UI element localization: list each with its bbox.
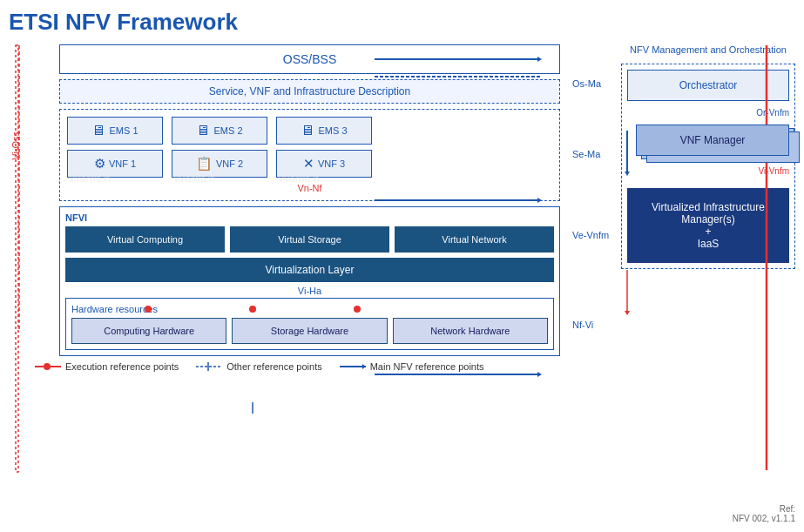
legend-other: Other reference points — [196, 361, 321, 372]
ems3-icon: 🖥 — [301, 123, 314, 138]
ref-note: Ref: NFV 002, v1.1.1 — [733, 504, 795, 523]
storage-hw-box: Storage Hardware — [232, 318, 387, 344]
vn-nf-area: Vn-Nf — [67, 183, 552, 193]
orchestrator-box: Orchestrator — [627, 70, 789, 101]
vnf2-icon: 📋 — [196, 156, 213, 172]
virt-layer-box: Virtualization Layer — [65, 258, 554, 282]
vnf-manager-stack: VNF Manager — [636, 125, 789, 156]
page-title: ETSI NFV Framework — [9, 9, 795, 36]
left-column: OSS/BSS Service, VNF and Infrastructure … — [33, 44, 569, 356]
main-container: ETSI NFV Framework Vi-Oss OSS/BSS Servic… — [0, 0, 804, 532]
vnf-manager-box: VNF Manager — [636, 125, 789, 156]
ems1-icon: 🖥 — [91, 123, 105, 138]
hw-label: Hardware resources — [71, 304, 548, 314]
ems2-box: 🖥 EMS 2 — [172, 117, 267, 145]
svg-marker-6 — [362, 364, 366, 369]
watermark1: vMantra.in — [70, 174, 111, 184]
svg-point-1 — [44, 363, 51, 370]
vnf3-icon: ✕ — [303, 156, 314, 172]
legend-other-label: Other reference points — [226, 361, 321, 372]
nf-vi-label: Nf-Vi — [572, 320, 593, 330]
se-ma-label: Se-Ma — [572, 149, 600, 159]
ems-row: 🖥 EMS 1 🖥 EMS 2 🖥 EMS 3 — [67, 117, 552, 145]
vi-vnfm-label: Vi-Vnfm — [627, 166, 789, 176]
legend: Execution reference points Other referen… — [35, 361, 795, 372]
network-hw-box: Network Hardware — [393, 318, 548, 344]
ems2-icon: 🖥 — [196, 123, 210, 138]
ems1-box: 🖥 EMS 1 — [67, 117, 163, 145]
vnf1-icon: ⚙ — [94, 156, 105, 172]
nfv-mgmt-title: NFV Management and Orchestration — [621, 44, 795, 55]
vn-nf-label: Vn-Nf — [297, 183, 321, 193]
nfv-mgmt-border: Orchestrator Or-Vnfm VNF Manager Vi-Vnfm… — [621, 64, 795, 269]
or-vnfm-label: Or-Vnfm — [627, 108, 789, 118]
right-column: NFV Management and Orchestration Orchest… — [621, 44, 795, 356]
hw-resources-box: Hardware resources Computing Hardware St… — [65, 298, 554, 350]
virtual-network-box: Virtual Network — [395, 226, 554, 253]
ems-vnf-section: 🖥 EMS 1 🖥 EMS 2 🖥 EMS 3 ⚙ VNF — [59, 109, 560, 201]
computing-hw-box: Computing Hardware — [71, 318, 226, 344]
legend-execution: Execution reference points — [35, 361, 179, 372]
vim-box: Virtualized Infrastructure Manager(s) + … — [627, 188, 789, 263]
virtual-computing-box: Virtual Computing — [65, 226, 225, 253]
vi-ha-label: Vi-Ha — [298, 286, 321, 296]
ve-vnfm-label: Ve-Vnfm — [572, 230, 609, 240]
legend-main: Main NFV reference points — [340, 361, 484, 372]
legend-execution-label: Execution reference points — [65, 361, 179, 372]
ems3-box: 🖥 EMS 3 — [276, 117, 372, 145]
hw-row: Computing Hardware Storage Hardware Netw… — [71, 318, 548, 344]
watermark3: vMantra.in — [279, 174, 320, 184]
os-ma-label: Os-Ma — [572, 78, 601, 89]
service-vnf-box: Service, VNF and Infrastructure Descript… — [59, 79, 560, 104]
legend-main-label: Main NFV reference points — [370, 361, 484, 372]
vi-oss-label: Vi-Oss — [10, 131, 21, 160]
watermark2: vMantra.in — [174, 174, 215, 184]
virtual-storage-box: Virtual Storage — [230, 226, 389, 253]
nfvi-section: NFVI Virtual Computing Virtual Storage V… — [59, 206, 560, 356]
svg-marker-14 — [537, 372, 542, 377]
nfvi-label: NFVI — [65, 212, 554, 223]
virtual-row: Virtual Computing Virtual Storage Virtua… — [65, 226, 554, 253]
oss-bss-box: OSS/BSS — [59, 44, 560, 74]
